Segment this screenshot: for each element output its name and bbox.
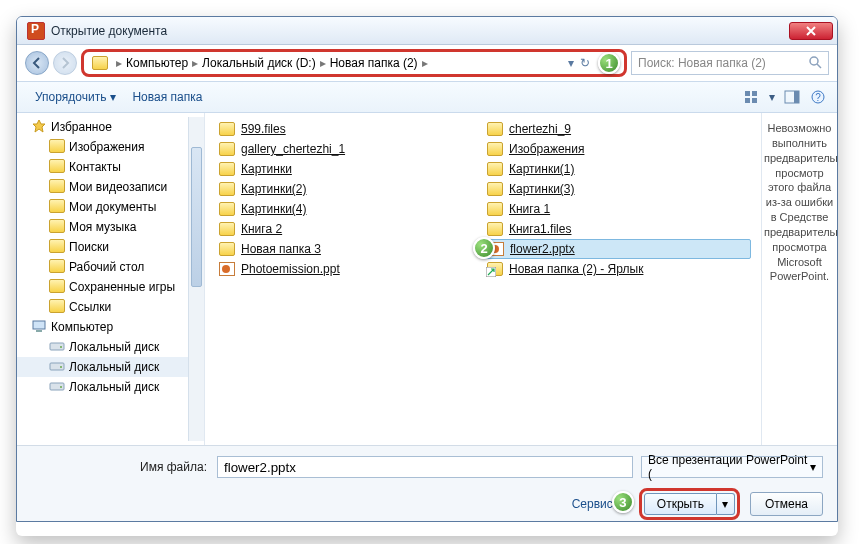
tree-item-label: Моя музыка [69,220,136,234]
tree-item[interactable]: Локальный диск [17,377,204,397]
file-item[interactable]: chertezhi_9 [483,119,751,139]
address-bar[interactable]: ▸ Компьютер ▸ Локальный диск (D:) ▸ Нова… [81,49,627,77]
crumb-sep: ▸ [116,56,122,70]
file-name: flower2.pptx [510,242,575,256]
tree-item[interactable]: Компьютер [17,317,204,337]
window-title: Открытие документа [51,24,167,38]
close-button[interactable] [789,22,833,40]
tree-item[interactable]: Мои видеозаписи [17,177,204,197]
file-item[interactable]: Photoemission.ppt [215,259,483,279]
file-name: Картинки(4) [241,202,307,216]
file-name: Картинки [241,162,292,176]
tree-item[interactable]: Изображения [17,137,204,157]
svg-point-13 [60,346,62,348]
folder-icon [49,199,65,216]
back-button[interactable] [25,51,49,75]
file-type-filter[interactable]: Все презентации PowerPoint ( ▾ [641,456,823,478]
svg-rect-10 [33,321,45,329]
svg-point-15 [60,366,62,368]
chevron-down-icon[interactable]: ▾ [769,90,775,104]
folder-icon [487,182,503,196]
callout-3: 3 [612,491,634,513]
cancel-button[interactable]: Отмена [750,492,823,516]
tree-item[interactable]: Рабочий стол [17,257,204,277]
tree-item[interactable]: Поиски [17,237,204,257]
nav-tree: ИзбранноеИзображенияКонтактыМои видеозап… [17,113,205,445]
file-item[interactable]: Книга 1 [483,199,751,219]
open-button-highlight: 3 Открыть ▾ [639,488,740,520]
folder-icon [49,139,65,156]
tree-item-label: Локальный диск [69,380,159,394]
file-item[interactable]: Картинки [215,159,483,179]
search-placeholder: Поиск: Новая папка (2) [638,56,766,70]
tree-item[interactable]: Сохраненные игры [17,277,204,297]
tree-item[interactable]: Ссылки [17,297,204,317]
svg-rect-2 [752,91,757,96]
tree-item-label: Локальный диск [69,360,159,374]
tree-item[interactable]: Контакты [17,157,204,177]
svg-rect-6 [794,91,799,103]
bottom-panel: Имя файла: Все презентации PowerPoint ( … [17,445,837,522]
file-item[interactable]: Изображения [483,139,751,159]
search-input[interactable]: Поиск: Новая папка (2) [631,51,829,75]
file-item[interactable]: gallery_chertezhi_1 [215,139,483,159]
ppt-icon [219,262,235,276]
crumb-folder[interactable]: Новая папка (2) [330,56,418,70]
filename-input[interactable] [217,456,633,478]
tree-item[interactable]: Моя музыка [17,217,204,237]
folder-icon [487,202,503,216]
file-item[interactable]: Новая папка (2) - Ярлык [483,259,751,279]
svg-marker-9 [33,120,45,132]
file-item[interactable]: Книга1.files [483,219,751,239]
help-button[interactable]: ? [809,88,827,106]
svg-rect-16 [50,383,64,390]
new-folder-button[interactable]: Новая папка [124,86,210,108]
file-item[interactable]: Новая папка 3 [215,239,483,259]
tree-item-label: Сохраненные игры [69,280,175,294]
svg-point-0 [810,57,818,65]
svg-rect-12 [50,343,64,350]
file-item[interactable]: Картинки(4) [215,199,483,219]
drive-icon [49,379,65,396]
open-split-button[interactable]: ▾ [717,493,735,515]
forward-button[interactable] [53,51,77,75]
tree-item-label: Поиски [69,240,109,254]
open-file-dialog: Открытие документа ▸ Компьютер ▸ Локальн… [16,16,838,522]
tree-item-label: Мои видеозаписи [69,180,167,194]
shortcut-icon [487,262,503,276]
file-item[interactable]: Книга 2 [215,219,483,239]
file-name: Изображения [509,142,584,156]
file-item[interactable]: Картинки(3) [483,179,751,199]
nav-row: ▸ Компьютер ▸ Локальный диск (D:) ▸ Нова… [17,45,837,81]
file-item[interactable]: Картинки(2) [215,179,483,199]
folder-icon [49,279,65,296]
organize-menu[interactable]: Упорядочить ▾ [27,86,124,108]
scroll-thumb[interactable] [191,147,202,287]
file-item[interactable]: Картинки(1) [483,159,751,179]
tree-scrollbar[interactable] [188,117,204,441]
crumb-computer[interactable]: Компьютер [126,56,188,70]
svg-point-17 [60,386,62,388]
crumb-drive[interactable]: Локальный диск (D:) [202,56,316,70]
tree-item[interactable]: Локальный диск [17,357,204,377]
preview-pane-button[interactable] [783,88,801,106]
star-icon [31,119,47,136]
file-list[interactable]: 599.filesgallery_chertezhi_1КартинкиКарт… [205,113,761,445]
view-mode-button[interactable] [743,88,761,106]
folder-icon [49,219,65,236]
tree-item[interactable]: Избранное [17,117,204,137]
chevron-down-icon[interactable]: ▾ [568,56,574,70]
tree-item-label: Избранное [51,120,112,134]
folder-icon [219,142,235,156]
folder-icon [49,299,65,316]
close-icon [806,26,816,36]
open-button[interactable]: Открыть [644,493,717,515]
file-item[interactable]: 599.files [215,119,483,139]
body: ИзбранноеИзображенияКонтактыМои видеозап… [17,113,837,445]
svg-rect-1 [745,91,750,96]
refresh-icon[interactable]: ↻ [580,56,590,70]
file-item[interactable]: flower2.pptx [483,239,751,259]
folder-icon [49,239,65,256]
tree-item[interactable]: Мои документы [17,197,204,217]
tree-item[interactable]: Локальный диск [17,337,204,357]
